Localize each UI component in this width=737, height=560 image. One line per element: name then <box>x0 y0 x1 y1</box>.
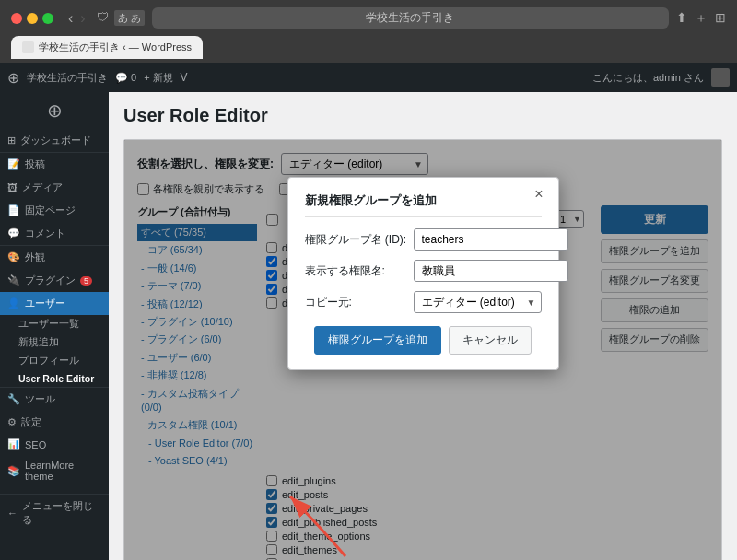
modal-field-display: 表示する権限名: <box>305 260 542 282</box>
sidebar-sub-user-list[interactable]: ユーザー一覧 <box>0 315 109 333</box>
modal-title: 新規権限グループを追加 <box>305 192 542 217</box>
traffic-lights <box>11 13 53 24</box>
nav-back[interactable]: ‹ <box>68 10 73 27</box>
sidebar-item-settings[interactable]: ⚙ 設定 <box>0 411 109 434</box>
modal-display-input[interactable] <box>414 260 568 282</box>
tl-yellow[interactable] <box>27 13 38 24</box>
text-icon: あ あ <box>114 10 145 26</box>
modal-field-copy: コピー元: エディター (editor) ▼ <box>305 291 542 313</box>
sidebar-sub-user-role-editor[interactable]: User Role Editor <box>0 370 109 387</box>
shield-icon: 🛡 <box>97 10 109 26</box>
sidebar-toggle-icon[interactable]: ⊞ <box>715 10 726 27</box>
sidebar-item-pages[interactable]: 📄 固定ページ <box>0 199 109 222</box>
tl-red[interactable] <box>11 13 22 24</box>
sidebar: ⊕ ⊞ ダッシュボード 📝 投稿 🖼 メディア 📄 固定ページ 💬 コメント <box>0 92 109 560</box>
modal-cancel-button[interactable]: キャンセル <box>449 326 532 355</box>
dashboard-icon: ⊞ <box>7 134 16 146</box>
tools-icon: 🔧 <box>7 393 20 405</box>
sidebar-item-learnmore[interactable]: 📚 LearnMore theme <box>0 455 109 486</box>
active-tab[interactable]: 学校生活の手引き ‹ — WordPress <box>11 36 203 59</box>
greeting: こんにちは、admin さん <box>592 71 704 85</box>
modal-add-button[interactable]: 権限グループを追加 <box>314 326 441 355</box>
site-name[interactable]: 学校生活の手引き <box>27 71 108 85</box>
modal-display-label: 表示する権限名: <box>305 263 406 279</box>
titlebar: ‹ › 🛡 あ あ 学校生活の手引き ⬆ ＋ ⊞ <box>11 7 726 29</box>
media-icon: 🖼 <box>7 182 18 193</box>
close-menu-icon: ← <box>7 508 18 519</box>
modal-field-id: 権限グループ名 (ID): <box>305 228 542 251</box>
settings-icon: ⚙ <box>7 416 17 428</box>
sidebar-sub-add-new[interactable]: 新規追加 <box>0 333 109 352</box>
plugins-badge: 5 <box>80 276 92 286</box>
modal-buttons: 権限グループを追加 キャンセル <box>305 326 542 355</box>
comments-icon: 💬 <box>7 228 20 239</box>
sidebar-item-appearance[interactable]: 🎨 外観 <box>0 246 109 269</box>
plugins-icon: 🔌 <box>7 274 20 286</box>
sidebar-item-posts[interactable]: 📝 投稿 <box>0 153 109 176</box>
learnmore-icon: 📚 <box>7 465 20 477</box>
appearance-icon: 🎨 <box>7 251 20 263</box>
sidebar-item-media[interactable]: 🖼 メディア <box>0 176 109 199</box>
sidebar-item-tools[interactable]: 🔧 ツール <box>0 388 109 411</box>
modal-dialog: × 新規権限グループを追加 権限グループ名 (ID): 表示する権限名: コピー… <box>287 177 559 370</box>
sidebar-sub-profile[interactable]: プロフィール <box>0 352 109 370</box>
modal-copy-select[interactable]: エディター (editor) <box>414 291 542 313</box>
modal-overlay: × 新規権限グループを追加 権限グループ名 (ID): 表示する権限名: コピー… <box>124 140 721 560</box>
posts-icon: 📝 <box>7 158 20 170</box>
comments-count[interactable]: 💬 0 <box>115 72 136 84</box>
content-box: 役割を選択し、権限を変更: エディター (editor) ▼ 各権限を親別で表示… <box>123 139 722 560</box>
wp-logo[interactable]: ⊕ <box>7 69 19 87</box>
sidebar-close-menu[interactable]: ← メニューを閉じる <box>0 495 109 531</box>
new-content[interactable]: + 新規 <box>144 71 172 85</box>
browser-chrome: ‹ › 🛡 あ あ 学校生活の手引き ⬆ ＋ ⊞ 学校生活の手引き ‹ — Wo… <box>0 0 737 63</box>
main-content: User Role Editor 役割を選択し、権限を変更: エディター (ed… <box>109 92 737 560</box>
seo-icon: 📊 <box>7 438 20 450</box>
nav-forward[interactable]: › <box>80 10 85 27</box>
pages-icon: 📄 <box>7 204 20 216</box>
browser-icons: 🛡 あ あ <box>97 10 145 26</box>
page-title: User Role Editor <box>123 105 722 126</box>
browser-tabs: 学校生活の手引き ‹ — WordPress <box>11 36 726 59</box>
admin-bar: ⊕ 学校生活の手引き 💬 0 + 新規 V こんにちは、admin さん <box>0 63 737 92</box>
sidebar-item-seo[interactable]: 📊 SEO <box>0 434 109 455</box>
avatar <box>711 68 730 87</box>
sidebar-item-dashboard[interactable]: ⊞ ダッシュボード <box>0 129 109 152</box>
tab-favicon <box>22 41 34 53</box>
modal-id-label: 権限グループ名 (ID): <box>305 232 406 248</box>
browser-actions: ⬆ ＋ ⊞ <box>676 10 726 27</box>
sidebar-item-comments[interactable]: 💬 コメント <box>0 222 109 245</box>
users-icon: 👤 <box>7 298 20 309</box>
modal-copy-label: コピー元: <box>305 295 406 310</box>
share-icon[interactable]: ⬆ <box>676 10 687 27</box>
sidebar-item-plugins[interactable]: 🔌 プラグイン 5 <box>0 269 109 292</box>
tab-label: 学校生活の手引き ‹ — WordPress <box>39 41 192 54</box>
modal-close-button[interactable]: × <box>529 185 548 204</box>
new-tab-icon[interactable]: ＋ <box>695 10 708 27</box>
tl-green[interactable] <box>42 13 53 24</box>
sidebar-item-users[interactable]: 👤 ユーザー <box>0 292 109 315</box>
address-bar[interactable]: 学校生活の手引き <box>152 7 669 29</box>
yoast-icon[interactable]: V <box>181 71 188 84</box>
modal-id-input[interactable] <box>414 228 568 251</box>
sidebar-item-wp-logo[interactable]: ⊕ <box>0 92 109 129</box>
